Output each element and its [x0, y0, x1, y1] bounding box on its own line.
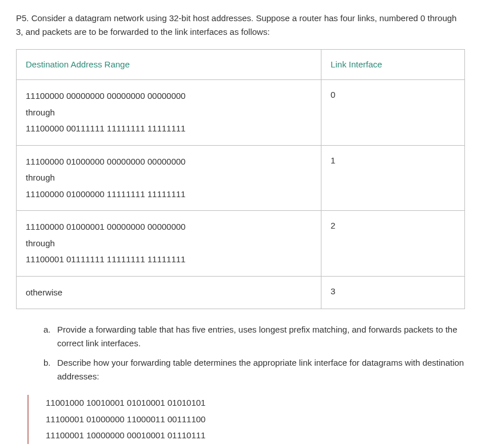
- range-line: 11100000 00000000 00000000 00000000: [26, 88, 312, 105]
- question-text: Provide a forwarding table that has five…: [57, 325, 458, 348]
- interface-cell: 0: [321, 80, 465, 146]
- question-text: Describe how your forwarding table deter…: [57, 358, 464, 381]
- question-marker: b.: [43, 356, 51, 370]
- question-b: b. Describe how your forwarding table de…: [43, 356, 465, 383]
- range-line: otherwise: [26, 285, 312, 301]
- range-line: 11100000 00111111 11111111 11111111: [26, 121, 312, 137]
- range-line: through: [26, 170, 312, 186]
- range-cell: 11100000 00000000 00000000 00000000 thro…: [17, 80, 321, 146]
- range-cell: 11100000 01000001 00000000 00000000 thro…: [17, 211, 321, 277]
- table-row: 11100000 01000000 00000000 00000000 thro…: [17, 145, 465, 211]
- question-list: a. Provide a forwarding table that has f…: [16, 323, 465, 383]
- address-line: 11100001 10000000 00010001 01110111: [46, 427, 465, 444]
- interface-cell: 2: [321, 211, 465, 277]
- table-row: 11100000 01000001 00000000 00000000 thro…: [17, 211, 465, 277]
- range-line: 11100000 01000001 00000000 00000000: [26, 219, 312, 235]
- question-a: a. Provide a forwarding table that has f…: [43, 323, 465, 350]
- range-line: through: [26, 105, 312, 121]
- range-cell: otherwise: [17, 276, 321, 309]
- address-line: 11100001 01000000 11000011 00111100: [46, 411, 465, 428]
- range-line: 11100000 01000000 11111111 11111111: [26, 186, 312, 203]
- problem-intro: P5. Consider a datagram network using 32…: [16, 11, 465, 39]
- forwarding-table: Destination Address Range Link Interface…: [16, 49, 465, 309]
- range-line: 11100000 01000000 00000000 00000000: [26, 154, 312, 170]
- table-row: 11100000 00000000 00000000 00000000 thro…: [17, 80, 465, 146]
- question-marker: a.: [43, 323, 51, 337]
- header-destination: Destination Address Range: [17, 50, 321, 80]
- address-line: 11001000 10010001 01010001 01010101: [46, 395, 465, 411]
- range-line: through: [26, 235, 312, 252]
- range-cell: 11100000 01000000 00000000 00000000 thro…: [17, 145, 321, 211]
- address-list: 11001000 10010001 01010001 01010101 1110…: [27, 395, 465, 444]
- interface-cell: 3: [321, 276, 465, 309]
- header-interface: Link Interface: [321, 50, 465, 80]
- interface-cell: 1: [321, 145, 465, 211]
- table-row: otherwise 3: [17, 276, 465, 309]
- range-line: 11100001 01111111 11111111 11111111: [26, 251, 312, 268]
